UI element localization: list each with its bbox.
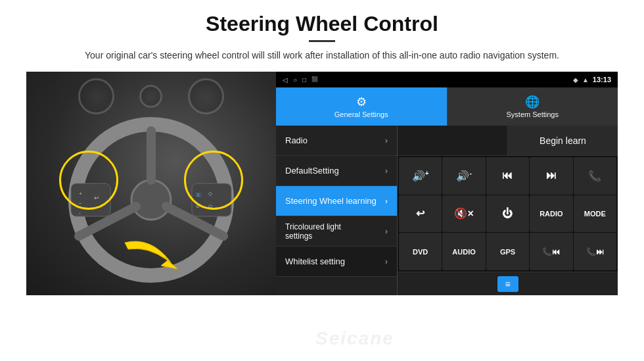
gps-button[interactable]: GPS [486,233,529,270]
menu-item-radio[interactable]: Radio › [276,126,397,156]
prev-track-button[interactable]: ⏮ [486,157,529,195]
phone-icon: 📞 [588,170,601,182]
dot-icon: ⬛ [311,76,318,84]
audio-button[interactable]: AUDIO [442,233,485,270]
menu-default-label: DefaultSetting [285,166,339,176]
status-bar: ◁ ○ □ ⬛ ◆ ▲ 13:13 [276,72,618,87]
svg-text:+: + [79,191,82,197]
tel-next-icon: 📞⏭ [586,247,604,256]
bottom-icon-row: ≡ [398,272,618,295]
svg-rect-10 [192,183,231,216]
status-nav-icons: ◁ ○ □ ⬛ [283,76,318,84]
tel-next-button[interactable]: 📞⏭ [574,233,616,270]
radio-label: RADIO [540,210,563,218]
controls-grid: 🔊+ 🔊- ⏮ ⏭ 📞 [398,156,618,272]
content-area: + ~ - ↩ 📺 ◇ ⊙ ◇ [26,72,618,295]
next-track-icon: ⏭ [546,170,557,181]
begin-learn-button[interactable]: Begin learn [508,126,618,155]
tab-general-label: General Settings [334,110,388,118]
tel-prev-button[interactable]: 📞⏮ [530,233,572,270]
back-icon: ◁ [283,76,288,84]
phone-button[interactable]: 📞 [574,157,616,195]
vol-down-icon: 🔊- [456,170,471,182]
radio-button[interactable]: RADIO [530,195,572,233]
menu-item-steering[interactable]: Steering Wheel learning › [276,186,397,216]
dvd-button[interactable]: DVD [399,233,442,270]
svg-text:-: - [79,210,81,216]
tab-bar: ⚙ General Settings 🌐 System Settings [276,87,618,126]
location-icon: ◆ [573,76,578,84]
controls-empty-space [398,126,508,155]
menu-steering-arrow: › [385,196,388,206]
begin-learn-label: Begin learn [540,135,586,146]
svg-text:⊙: ⊙ [196,204,200,208]
menu-whitelist-label: Whitelist setting [285,256,345,266]
mode-label: MODE [584,210,606,218]
controls-top-row: Begin learn [398,126,618,156]
globe-icon: 🌐 [525,95,540,109]
gps-label: GPS [500,248,515,256]
vol-down-button[interactable]: 🔊- [442,157,485,195]
status-right: ◆ ▲ 13:13 [573,76,611,84]
vol-up-button[interactable]: 🔊+ [399,157,442,195]
menu-radio-arrow: › [385,135,388,145]
menu-item-tricoloured[interactable]: Tricoloured lightsettings › [276,216,397,247]
tel-prev-icon: 📞⏮ [542,247,560,256]
status-time: 13:13 [593,76,611,84]
dvd-label: DVD [413,248,428,256]
tab-general-settings[interactable]: ⚙ General Settings [276,87,447,126]
tab-system-label: System Settings [507,110,559,118]
tab-system-settings[interactable]: 🌐 System Settings [447,87,618,126]
wifi-icon: ▲ [582,76,589,84]
square-icon: □ [302,76,306,84]
menu-area: Radio › DefaultSetting › Steering Wheel … [276,126,618,295]
prev-track-icon: ⏮ [502,170,513,181]
back-button[interactable]: ↩ [399,195,442,233]
mute-icon: 🔇× [454,207,473,220]
menu-steering-label: Steering Wheel learning [285,196,377,206]
page-title: Steering Wheel Control [26,12,618,36]
page-subtitle: Your original car's steering wheel contr… [26,49,618,62]
power-button[interactable]: ⏻ [486,195,529,233]
svg-text:📺: 📺 [196,191,202,197]
list-icon: ≡ [505,279,510,289]
controls-area: Begin learn 🔊+ 🔊- ⏮ [398,126,618,295]
power-icon: ⏻ [502,208,513,220]
svg-text:~: ~ [79,201,81,206]
menu-tricoloured-label: Tricoloured lightsettings [285,222,341,241]
menu-items-list: Radio › DefaultSetting › Steering Wheel … [276,126,398,295]
menu-item-default[interactable]: DefaultSetting › [276,156,397,186]
svg-text:◇: ◇ [208,191,213,197]
svg-text:◇: ◇ [208,203,213,209]
next-track-button[interactable]: ⏭ [530,157,572,195]
home-icon: ○ [293,76,297,84]
gear-icon: ⚙ [356,95,367,109]
svg-text:↩: ↩ [94,195,99,201]
steering-bg: + ~ - ↩ 📺 ◇ ⊙ ◇ [26,72,276,295]
watermark: Seicane [315,328,394,349]
arrow-wrap [112,229,191,282]
menu-default-arrow: › [385,166,388,176]
bottom-icon-btn[interactable]: ≡ [497,276,518,292]
menu-radio-label: Radio [285,135,308,145]
mode-button[interactable]: MODE [574,195,616,233]
android-ui-panel: ◁ ○ □ ⬛ ◆ ▲ 13:13 ⚙ General Settings [276,72,618,295]
back-icon-btn: ↩ [416,207,425,220]
arrow-svg [112,229,191,282]
vol-up-icon: 🔊+ [412,170,429,182]
menu-tricoloured-arrow: › [385,226,388,236]
menu-whitelist-arrow: › [385,256,388,266]
title-divider [309,40,335,42]
steering-wheel-panel: + ~ - ↩ 📺 ◇ ⊙ ◇ [26,72,276,295]
svg-rect-5 [71,183,110,216]
menu-item-whitelist[interactable]: Whitelist setting › [276,247,397,277]
audio-label: AUDIO [452,248,475,256]
svg-point-1 [131,180,171,220]
mute-button[interactable]: 🔇× [442,195,485,233]
